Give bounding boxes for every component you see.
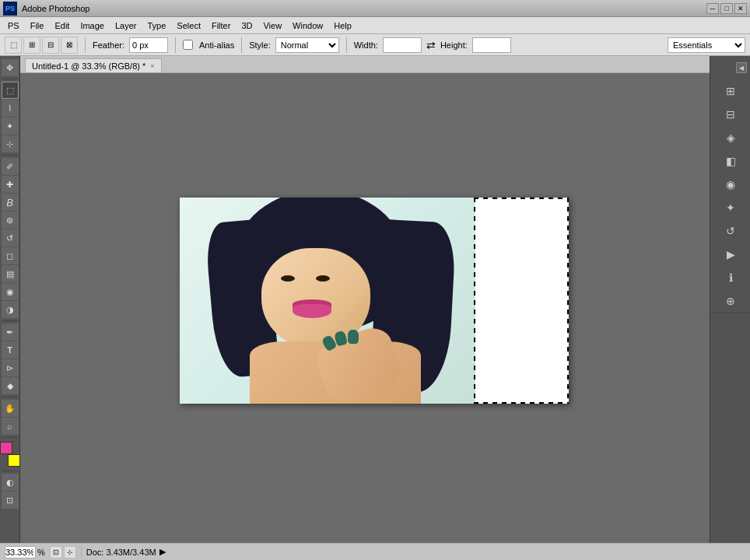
workspace [20,73,710,543]
gradient-tool[interactable]: ▤ [2,265,19,282]
panel-icon-history[interactable]: ↺ [710,219,750,243]
separator-1 [85,37,86,53]
path-select-tool[interactable]: ⊳ [2,359,19,376]
titlebar: PS Adobe Photoshop ─ □ ✕ [0,0,750,17]
eye-left [281,275,295,282]
title-left: PS Adobe Photoshop [3,2,89,16]
history-brush-tool[interactable]: ↺ [2,229,19,247]
proof-btn[interactable]: ⊹ [64,546,76,558]
panel-icon-color[interactable]: ◈ [710,126,750,149]
blur-tool[interactable]: ◉ [2,283,19,300]
separator-2 [175,37,176,53]
crop-tool[interactable]: ⊹ [2,135,19,152]
pen-tool[interactable]: ✒ [2,324,19,341]
menu-image[interactable]: Image [75,19,109,32]
eraser-tool[interactable]: ◻ [2,247,19,264]
screen-btn[interactable]: ⊡ [50,546,62,558]
selection-border-top [474,198,567,199]
menu-view[interactable]: View [258,19,286,32]
marquee-rect-tool[interactable]: ⬚ [2,82,19,99]
selection-border-left [474,198,475,404]
panel-icon-adjustments[interactable]: ◉ [710,173,750,196]
window-controls: ─ □ ✕ [706,3,747,14]
feather-label: Feather: [93,40,124,50]
move-tool[interactable]: ✥ [2,59,19,76]
app-logo: PS [3,2,17,16]
close-button[interactable]: ✕ [734,3,747,14]
subtract-selection-btn[interactable]: ⊟ [42,37,59,54]
intersect-selection-btn[interactable]: ⊠ [61,37,78,54]
menu-window[interactable]: Window [288,19,328,32]
hand-tool[interactable]: ✋ [2,400,19,417]
workspace-select[interactable]: Essentials Design Painting Photography [668,37,745,53]
width-input[interactable] [383,37,422,53]
panel-icon-layers[interactable]: ⊞ [710,79,750,103]
menu-3d[interactable]: 3D [237,19,257,32]
separator-4 [346,37,347,53]
right-panel: ◀ ⊞ ⊟ ◈ ◧ ◉ ✦ ↺ ▶ ℹ ⊕ [710,56,750,543]
menu-filter[interactable]: Filter [207,19,235,32]
panel-icon-nav[interactable]: ⊕ [710,289,750,313]
doc-info-display: Doc: 3.43M/3.43M ▶ [86,547,166,557]
zoom-tool[interactable]: ⌕ [2,418,19,435]
selection-border-right [567,198,569,404]
doc-tab-close[interactable]: × [150,62,154,70]
panel-icon-actions[interactable]: ▶ [710,243,750,266]
color-swatches[interactable] [0,442,20,467]
style-select[interactable]: Normal Fixed Ratio Fixed Size [275,37,339,53]
statusbar: % ⊡ ⊹ Doc: 3.43M/3.43M ▶ [0,543,750,560]
tool-separator-5 [2,437,18,438]
doc-info-arrow[interactable]: ▶ [159,547,166,557]
quick-select-tool[interactable]: ✦ [2,117,19,135]
foreground-color-swatch[interactable] [0,442,12,454]
eye-right [316,275,330,282]
minimize-button[interactable]: ─ [706,3,719,14]
menu-layer[interactable]: Layer [110,19,142,32]
screen-mode-btn[interactable]: ⊡ [2,492,19,509]
tool-separator-4 [2,397,18,397]
restore-button[interactable]: □ [720,3,733,14]
anti-alias-checkbox[interactable] [183,40,193,50]
panel-icon-styles[interactable]: ✦ [710,196,750,219]
options-bar: ⬚ ⊞ ⊟ ⊠ Feather: Anti-alias Style: Norma… [0,34,750,56]
menu-type[interactable]: Type [143,19,171,32]
new-selection-btn[interactable]: ⬚ [5,37,22,54]
eyedropper-tool[interactable]: ✐ [2,158,19,175]
height-label: Height: [440,40,468,50]
lips [293,304,331,318]
lasso-tool[interactable]: ⌇ [2,100,19,117]
doc-info-text: Doc: 3.43M/3.43M [86,548,156,557]
panel-icon-swatches[interactable]: ◧ [710,149,750,173]
menu-ps[interactable]: PS [3,19,24,32]
panel-icon-channels[interactable]: ⊟ [710,103,750,126]
tool-separator-1 [2,79,18,79]
menu-help[interactable]: Help [329,19,356,32]
quick-mask-btn[interactable]: ◐ [2,474,19,491]
swap-dimensions-icon[interactable]: ⇄ [426,39,436,51]
menu-select[interactable]: Select [172,19,205,32]
panel-collapse-btn[interactable]: ◀ [736,62,747,73]
brush-tool[interactable]: B [2,194,19,211]
zoom-display: % [5,546,45,558]
spot-heal-tool[interactable]: ✚ [2,176,19,193]
shape-tool[interactable]: ◆ [2,377,19,394]
text-tool[interactable]: T [2,341,19,359]
clone-stamp-tool[interactable]: ⊛ [2,212,19,229]
right-panel-icons: ⊞ ⊟ ◈ ◧ ◉ ✦ ↺ ▶ ℹ ⊕ [710,79,750,313]
menu-file[interactable]: File [26,19,49,32]
background-color-swatch[interactable] [8,454,20,467]
dodge-tool[interactable]: ◑ [2,301,19,318]
height-input[interactable] [472,37,511,53]
menu-edit[interactable]: Edit [50,19,74,32]
panel-icon-info[interactable]: ℹ [710,266,750,289]
feather-input[interactable] [129,37,168,53]
selection-type-group: ⬚ ⊞ ⊟ ⊠ [5,37,78,54]
anti-alias-label: Anti-alias [199,40,234,50]
doc-tab-title: Untitled-1 @ 33.3% (RGB/8) * [32,61,145,71]
app-title: Adobe Photoshop [22,4,89,13]
zoom-input[interactable] [5,546,36,558]
image-area [180,198,475,404]
document-tab[interactable]: Untitled-1 @ 33.3% (RGB/8) * × [25,58,162,72]
add-selection-btn[interactable]: ⊞ [23,37,40,54]
status-sep-1 [81,546,82,558]
